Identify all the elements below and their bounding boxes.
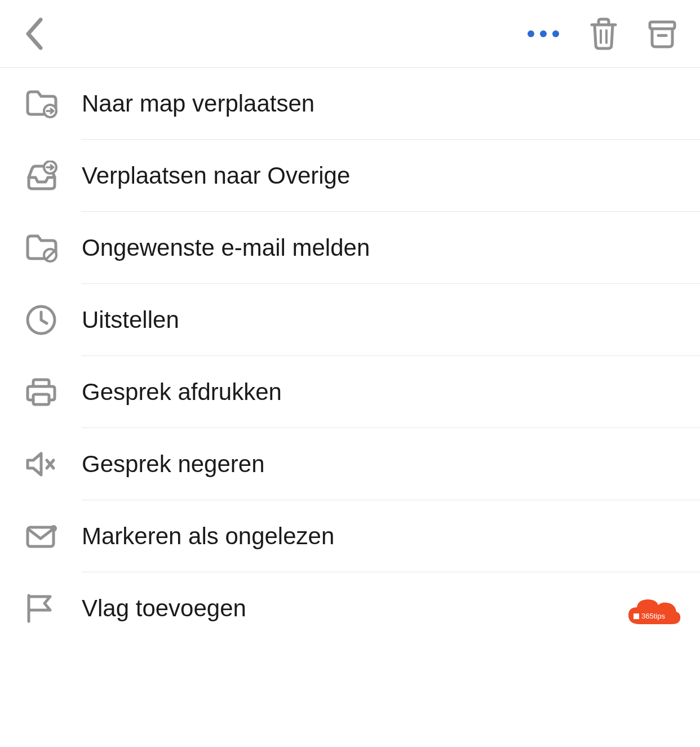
back-button[interactable] bbox=[23, 16, 46, 51]
svg-point-1 bbox=[540, 30, 547, 37]
svg-rect-5 bbox=[650, 22, 675, 29]
svg-point-15 bbox=[50, 525, 57, 532]
menu-item-label: Gesprek afdrukken bbox=[82, 379, 282, 406]
svg-rect-12 bbox=[33, 380, 49, 386]
speaker-mute-icon bbox=[25, 450, 82, 478]
menu-item-label: Vlag toevoegen bbox=[82, 595, 246, 622]
menu-item-move-to-other[interactable]: Verplaatsen naar Overige bbox=[0, 140, 700, 212]
menu-item-label: Verplaatsen naar Overige bbox=[82, 162, 350, 189]
menu-item-label: Uitstellen bbox=[82, 306, 179, 334]
menu-item-snooze[interactable]: Uitstellen bbox=[0, 284, 700, 356]
mail-unread-icon bbox=[25, 524, 82, 549]
folder-move-icon bbox=[25, 88, 82, 119]
header-right bbox=[526, 17, 677, 51]
chevron-left-icon bbox=[23, 16, 46, 51]
menu-item-ignore[interactable]: Gesprek negeren bbox=[0, 428, 700, 500]
svg-point-2 bbox=[552, 30, 559, 37]
menu-item-move-to-folder[interactable]: Naar map verplaatsen bbox=[0, 68, 700, 140]
flag-icon bbox=[25, 593, 82, 624]
menu-item-label: Ongewenste e-mail melden bbox=[82, 234, 370, 261]
inbox-move-icon bbox=[25, 161, 82, 191]
svg-point-0 bbox=[528, 30, 534, 37]
svg-rect-16 bbox=[633, 613, 639, 619]
menu-item-label: Naar map verplaatsen bbox=[82, 90, 314, 117]
tips-badge[interactable]: 365tips bbox=[626, 596, 682, 629]
badge-text: 365tips bbox=[641, 612, 665, 620]
header bbox=[0, 0, 700, 68]
svg-rect-13 bbox=[33, 394, 49, 404]
menu-item-label: Markeren als ongelezen bbox=[82, 523, 334, 550]
printer-icon bbox=[25, 377, 82, 407]
clock-icon bbox=[25, 304, 82, 336]
menu-item-report-junk[interactable]: Ongewenste e-mail melden bbox=[0, 212, 700, 284]
menu-item-mark-unread[interactable]: Markeren als ongelezen bbox=[0, 500, 700, 572]
trash-icon bbox=[588, 17, 619, 51]
header-left bbox=[23, 16, 46, 51]
menu-item-print[interactable]: Gesprek afdrukken bbox=[0, 356, 700, 428]
menu-item-label: Gesprek negeren bbox=[82, 451, 265, 478]
archive-button[interactable] bbox=[647, 19, 677, 49]
menu-list: Naar map verplaatsen Verplaatsen naar Ov… bbox=[0, 68, 700, 644]
more-icon bbox=[526, 29, 560, 38]
archive-icon bbox=[647, 19, 677, 49]
more-button[interactable] bbox=[526, 29, 560, 38]
menu-item-add-flag[interactable]: Vlag toevoegen bbox=[0, 572, 700, 644]
folder-block-icon bbox=[25, 233, 82, 263]
delete-button[interactable] bbox=[588, 17, 619, 51]
